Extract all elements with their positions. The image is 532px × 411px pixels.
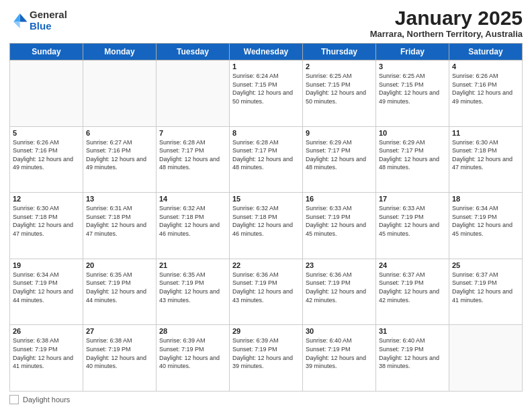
table-row: 30Sunrise: 6:40 AM Sunset: 7:19 PM Dayli…: [303, 325, 376, 392]
table-row: 22Sunrise: 6:36 AM Sunset: 7:19 PM Dayli…: [230, 259, 303, 325]
table-row: 18Sunrise: 6:34 AM Sunset: 7:19 PM Dayli…: [449, 193, 523, 259]
day-number: 24: [379, 261, 446, 269]
day-number: 19: [13, 261, 80, 269]
day-info: Sunrise: 6:25 AM Sunset: 7:15 PM Dayligh…: [306, 72, 373, 105]
svg-marker-2: [13, 21, 19, 28]
day-number: 18: [452, 195, 519, 203]
table-row: 4Sunrise: 6:26 AM Sunset: 7:16 PM Daylig…: [449, 60, 523, 127]
day-number: 28: [159, 327, 226, 335]
title-month: January 2025: [370, 7, 523, 29]
header: General Blue January 2025 Marrara, North…: [9, 7, 523, 39]
table-row: 26Sunrise: 6:38 AM Sunset: 7:19 PM Dayli…: [10, 325, 83, 392]
day-number: 6: [86, 129, 153, 137]
logo-text: General Blue: [30, 9, 67, 32]
day-number: 23: [306, 261, 373, 269]
day-number: 17: [379, 195, 446, 203]
day-number: 9: [306, 129, 373, 137]
logo: General Blue: [9, 9, 67, 32]
day-number: 4: [452, 62, 519, 71]
day-info: Sunrise: 6:32 AM Sunset: 7:18 PM Dayligh…: [159, 204, 226, 238]
table-row: 21Sunrise: 6:35 AM Sunset: 7:19 PM Dayli…: [157, 259, 230, 325]
page: General Blue January 2025 Marrara, North…: [0, 0, 532, 411]
day-number: 21: [159, 261, 226, 269]
calendar-week-row: 19Sunrise: 6:34 AM Sunset: 7:19 PM Dayli…: [10, 259, 523, 325]
table-row: [449, 325, 523, 392]
header-saturday: Saturday: [449, 44, 523, 60]
table-row: 20Sunrise: 6:35 AM Sunset: 7:19 PM Dayli…: [83, 259, 157, 325]
table-row: 8Sunrise: 6:28 AM Sunset: 7:17 PM Daylig…: [230, 126, 303, 193]
day-info: Sunrise: 6:35 AM Sunset: 7:19 PM Dayligh…: [86, 271, 153, 304]
table-row: 16Sunrise: 6:33 AM Sunset: 7:19 PM Dayli…: [303, 193, 376, 259]
day-info: Sunrise: 6:40 AM Sunset: 7:19 PM Dayligh…: [306, 336, 373, 370]
table-row: 31Sunrise: 6:40 AM Sunset: 7:19 PM Dayli…: [376, 325, 449, 392]
day-number: 20: [86, 261, 153, 269]
table-row: 12Sunrise: 6:30 AM Sunset: 7:18 PM Dayli…: [10, 193, 83, 259]
day-info: Sunrise: 6:37 AM Sunset: 7:19 PM Dayligh…: [452, 271, 519, 304]
footer-label: Daylight hours: [23, 396, 70, 404]
table-row: [83, 60, 157, 127]
day-info: Sunrise: 6:36 AM Sunset: 7:19 PM Dayligh…: [306, 271, 373, 304]
day-info: Sunrise: 6:32 AM Sunset: 7:18 PM Dayligh…: [232, 204, 300, 238]
day-info: Sunrise: 6:30 AM Sunset: 7:18 PM Dayligh…: [13, 204, 80, 238]
table-row: 3Sunrise: 6:25 AM Sunset: 7:15 PM Daylig…: [376, 60, 449, 127]
day-number: 2: [306, 62, 373, 71]
table-row: 14Sunrise: 6:32 AM Sunset: 7:18 PM Dayli…: [157, 193, 230, 259]
day-info: Sunrise: 6:39 AM Sunset: 7:19 PM Dayligh…: [232, 336, 300, 370]
day-info: Sunrise: 6:33 AM Sunset: 7:19 PM Dayligh…: [306, 204, 373, 238]
title-location: Marrara, Northern Territory, Australia: [370, 29, 523, 39]
table-row: 5Sunrise: 6:26 AM Sunset: 7:16 PM Daylig…: [10, 126, 83, 193]
day-info: Sunrise: 6:26 AM Sunset: 7:16 PM Dayligh…: [13, 138, 80, 172]
table-row: 23Sunrise: 6:36 AM Sunset: 7:19 PM Dayli…: [303, 259, 376, 325]
day-info: Sunrise: 6:38 AM Sunset: 7:19 PM Dayligh…: [13, 336, 80, 370]
day-number: 31: [379, 327, 446, 335]
table-row: 17Sunrise: 6:33 AM Sunset: 7:19 PM Dayli…: [376, 193, 449, 259]
day-info: Sunrise: 6:36 AM Sunset: 7:19 PM Dayligh…: [232, 271, 300, 304]
footer: Daylight hours: [9, 395, 523, 404]
day-number: 7: [159, 129, 226, 137]
table-row: [10, 60, 83, 127]
day-info: Sunrise: 6:29 AM Sunset: 7:17 PM Dayligh…: [306, 138, 373, 172]
table-row: 28Sunrise: 6:39 AM Sunset: 7:19 PM Dayli…: [157, 325, 230, 392]
weekday-header-row: Sunday Monday Tuesday Wednesday Thursday…: [10, 44, 523, 60]
day-number: 12: [13, 195, 80, 203]
logo-blue-label: Blue: [30, 21, 67, 32]
day-info: Sunrise: 6:29 AM Sunset: 7:17 PM Dayligh…: [379, 138, 446, 172]
table-row: 15Sunrise: 6:32 AM Sunset: 7:18 PM Dayli…: [230, 193, 303, 259]
table-row: 19Sunrise: 6:34 AM Sunset: 7:19 PM Dayli…: [10, 259, 83, 325]
day-info: Sunrise: 6:34 AM Sunset: 7:19 PM Dayligh…: [13, 271, 80, 304]
svg-marker-0: [20, 13, 28, 21]
day-info: Sunrise: 6:35 AM Sunset: 7:19 PM Dayligh…: [159, 271, 226, 304]
table-row: 13Sunrise: 6:31 AM Sunset: 7:18 PM Dayli…: [83, 193, 157, 259]
calendar-week-row: 12Sunrise: 6:30 AM Sunset: 7:18 PM Dayli…: [10, 193, 523, 259]
day-number: 30: [306, 327, 373, 335]
day-info: Sunrise: 6:37 AM Sunset: 7:19 PM Dayligh…: [379, 271, 446, 304]
title-block: January 2025 Marrara, Northern Territory…: [370, 7, 523, 39]
day-number: 22: [232, 261, 300, 269]
header-friday: Friday: [376, 44, 449, 60]
svg-marker-1: [13, 13, 19, 21]
table-row: 2Sunrise: 6:25 AM Sunset: 7:15 PM Daylig…: [303, 60, 376, 127]
day-info: Sunrise: 6:27 AM Sunset: 7:16 PM Dayligh…: [86, 138, 153, 172]
header-wednesday: Wednesday: [230, 44, 303, 60]
day-info: Sunrise: 6:39 AM Sunset: 7:19 PM Dayligh…: [159, 336, 226, 370]
table-row: 24Sunrise: 6:37 AM Sunset: 7:19 PM Dayli…: [376, 259, 449, 325]
day-number: 27: [86, 327, 153, 335]
header-thursday: Thursday: [303, 44, 376, 60]
day-number: 13: [86, 195, 153, 203]
table-row: 10Sunrise: 6:29 AM Sunset: 7:17 PM Dayli…: [376, 126, 449, 193]
calendar-week-row: 26Sunrise: 6:38 AM Sunset: 7:19 PM Dayli…: [10, 325, 523, 392]
day-number: 10: [379, 129, 446, 137]
day-info: Sunrise: 6:40 AM Sunset: 7:19 PM Dayligh…: [379, 336, 446, 370]
table-row: 1Sunrise: 6:24 AM Sunset: 7:15 PM Daylig…: [230, 60, 303, 127]
day-number: 5: [13, 129, 80, 137]
day-number: 14: [159, 195, 226, 203]
footer-box: [9, 395, 19, 404]
day-info: Sunrise: 6:31 AM Sunset: 7:18 PM Dayligh…: [86, 204, 153, 238]
table-row: [157, 60, 230, 127]
table-row: 9Sunrise: 6:29 AM Sunset: 7:17 PM Daylig…: [303, 126, 376, 193]
day-info: Sunrise: 6:28 AM Sunset: 7:17 PM Dayligh…: [159, 138, 226, 172]
table-row: 11Sunrise: 6:30 AM Sunset: 7:18 PM Dayli…: [449, 126, 523, 193]
day-number: 26: [13, 327, 80, 335]
calendar-table: Sunday Monday Tuesday Wednesday Thursday…: [9, 43, 523, 392]
day-number: 25: [452, 261, 519, 269]
